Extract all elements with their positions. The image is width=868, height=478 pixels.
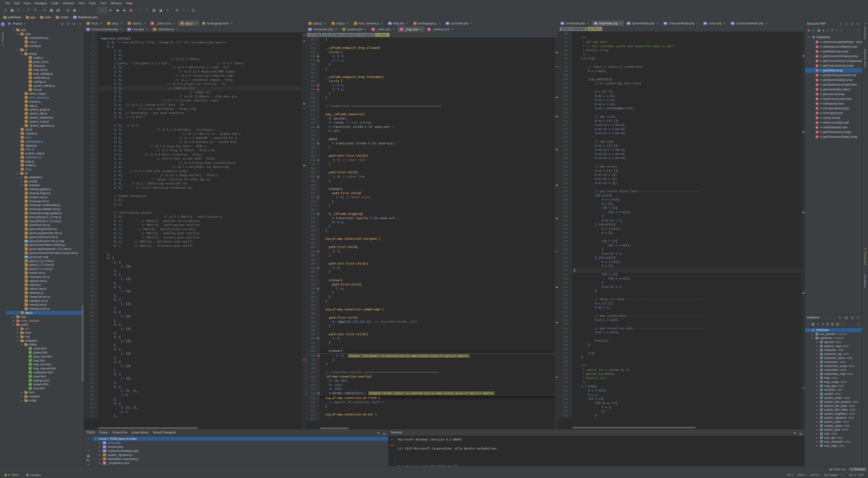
- hide-panel-icon[interactable]: ▂: [382, 431, 386, 434]
- tree-row[interactable]: JSdom.jsPlumb-1.7.5-min.js: [6, 219, 84, 223]
- code-line[interactable]: 122 // map access: [558, 164, 805, 169]
- tab-_colors.scss[interactable]: S_colors.scss✕: [148, 21, 178, 26]
- tree-row[interactable]: Hmap_manual.html: [6, 367, 84, 371]
- structure-method-row[interactable]: misCorporation():bool: [805, 106, 862, 111]
- code-line[interactable]: 42 1: 0,: [84, 202, 306, 207]
- code-line[interactable]: 13 1: 0, // v5.0.3 plugin for velocity -…: [84, 82, 306, 86]
- code-line[interactable]: 92 * get map data: [558, 40, 805, 44]
- code-line[interactable]: 14 1: 0, // template dir: [84, 86, 306, 91]
- tab-SystemModel.php[interactable]: PHPSystemModel.php✕: [624, 21, 661, 26]
- chevron-down-icon[interactable]: ▾: [807, 329, 810, 331]
- tree-row[interactable]: JSmodule_map.js: [6, 152, 84, 156]
- todo-filter-scope-based[interactable]: Scope Based: [129, 431, 150, 435]
- code-line[interactable]: 400: [306, 312, 558, 316]
- code-line[interactable]: 149 0[] = 1->2();: [558, 277, 805, 281]
- code-line[interactable]: 380 }: [306, 229, 558, 233]
- structure-method-row[interactable]: msetData(data):void: [805, 125, 862, 130]
- code-line[interactable]: 374 }: [306, 204, 558, 208]
- code-line[interactable]: 366 path:first-child{: [306, 170, 558, 175]
- tab-_landing.scss[interactable]: S_landing.scss✕: [425, 27, 456, 32]
- tree-row[interactable]: JSONjquery.min.map: [6, 255, 84, 259]
- tree-row[interactable]: JSblueimp-helper.js: [6, 191, 84, 195]
- close-icon[interactable]: ✕: [347, 22, 349, 25]
- code-line[interactable]: 4 0: {: [84, 45, 306, 49]
- tree-row[interactable]: JSsettings.js: [6, 80, 84, 84]
- code-line[interactable]: 166: [558, 347, 805, 351]
- breadcrumb-chip[interactable]: \Model\MapModel: [560, 27, 587, 31]
- code-line[interactable]: 17 1: 0, // v1.7.5 jsPlumb (Vanilla)- ma…: [84, 99, 306, 103]
- database-table-row[interactable]: ▸connection_scope: table: [805, 364, 862, 368]
- tree-row[interactable]: JSmap.js: [6, 40, 84, 44]
- tree-row[interactable]: ▸tooltip: [6, 398, 84, 402]
- show-inherited-icon[interactable]: ●: [823, 28, 825, 32]
- code-line[interactable]: 73 },: [84, 331, 306, 335]
- database-table-row[interactable]: ▸system_static: table: [805, 420, 862, 424]
- tree-row[interactable]: JSpage.js: [6, 159, 84, 163]
- code-line[interactable]: 131 0 = [];: [558, 202, 805, 206]
- tree-row[interactable]: JSvelocity.min.js: [6, 303, 84, 307]
- close-icon[interactable]: ✕: [620, 22, 622, 25]
- code-line[interactable]: 397 }: [306, 299, 558, 304]
- close-icon[interactable]: ✕: [696, 22, 699, 25]
- chevron-right-icon[interactable]: ▸: [815, 433, 819, 435]
- code-line[interactable]: 340 }: [306, 63, 558, 67]
- code-line[interactable]: 146 0 = [];: [558, 264, 805, 268]
- close-icon[interactable]: ✕: [120, 22, 122, 25]
- tab-AccessController.php[interactable]: PHPAccessController.php✕: [84, 27, 125, 32]
- code-line[interactable]: 361: [306, 150, 558, 154]
- code-line[interactable]: 128 // get access object data ----------…: [558, 189, 805, 194]
- code-line[interactable]: 127: [558, 185, 805, 190]
- tab-init.js[interactable]: JSinit.js✕: [84, 21, 104, 26]
- code-line[interactable]: 95 */: [558, 53, 805, 57]
- code-line[interactable]: 71 0: {: [84, 323, 306, 327]
- todo-filter-default-changelist[interactable]: Default Changelist: [151, 431, 178, 435]
- code-line[interactable]: 123 0->2 = (1) [];: [558, 169, 805, 173]
- tab-main.js[interactable]: JSmain.js✕: [125, 21, 148, 26]
- undo-icon[interactable]: ↶: [25, 7, 32, 13]
- code-line[interactable]: 342: [306, 71, 558, 75]
- code-line[interactable]: 82 },: [84, 369, 306, 373]
- code-line[interactable]: 20 1: 0, // DataTables - not used (boots…: [84, 111, 306, 116]
- new-session-icon[interactable]: +: [391, 438, 393, 441]
- code-line[interactable]: 424 svg.pf-map-connection-wh-eol {: [306, 413, 558, 417]
- code-line[interactable]: 392 &:hover{: [306, 278, 558, 283]
- code-line[interactable]: 78 1: [0]: [84, 352, 306, 356]
- code-line[interactable]: 420 svg.pf-map-connection-wh-fresh {: [306, 396, 558, 400]
- code-line[interactable]: 456 0 border-radius(6px);Element 'border…: [306, 391, 557, 395]
- chevron-right-icon[interactable]: ▸: [98, 461, 101, 464]
- code-line[interactable]: 378 0: 0.4;: [306, 220, 558, 225]
- tree-row[interactable]: JSjquery.hoverIntent.minified.js: [6, 243, 84, 247]
- forward-icon[interactable]: →: [88, 7, 94, 13]
- code-line[interactable]: 375: [306, 208, 558, 212]
- code-line[interactable]: 409 &:hover{: [306, 349, 558, 353]
- chevron-right-icon[interactable]: ▸: [16, 327, 19, 330]
- code-line[interactable]: 63 1: [0]: [84, 289, 306, 294]
- tree-row[interactable]: Hmap_info.html: [6, 362, 84, 367]
- code-line[interactable]: 151 0->2->3 = 1;: [558, 285, 805, 289]
- chevron-right-icon[interactable]: ▸: [815, 357, 819, 359]
- menu-code[interactable]: Code: [49, 1, 61, 6]
- editor-middle[interactable]: 334 }335336 ._jsPlumb_endpoint_drop_allo…: [306, 38, 558, 430]
- breadcrumb-item[interactable]: PHPMapModel.php: [72, 15, 98, 20]
- chevron-right-icon[interactable]: ▸: [20, 176, 23, 179]
- code-line[interactable]: 162 0->3 = 1->2();: [558, 330, 805, 335]
- database-table-row[interactable]: ▸user_api: table: [805, 436, 862, 440]
- code-line[interactable]: 338 2: 0 1;: [306, 54, 558, 59]
- database-table-row[interactable]: ▸user_character: table: [805, 440, 862, 444]
- database-table-row[interactable]: ▸system: table: [805, 392, 862, 396]
- duplicate-icon[interactable]: ▦: [811, 322, 814, 326]
- chevron-right-icon[interactable]: ▸: [20, 399, 23, 402]
- code-line[interactable]: 145 0 = 1->2();: [558, 260, 805, 264]
- tree-row[interactable]: ▸form: [6, 390, 84, 394]
- more-icon[interactable]: »: [87, 463, 89, 466]
- code-line[interactable]: 9 1: 0, // v3.3.0 Bootstrap js code - ht…: [84, 65, 306, 70]
- tab-CharacterModel.php[interactable]: PHPCharacterModel.php✕: [661, 21, 701, 26]
- code-line[interactable]: 174 */: [558, 380, 805, 385]
- tree-row[interactable]: ▸modules: [6, 394, 84, 398]
- code-line[interactable]: 152 }: [558, 289, 805, 293]
- code-line[interactable]: 36 1: 0, // helper function for Blue Imp…: [84, 178, 306, 182]
- tree-row[interactable]: JSoverlay.js: [6, 44, 84, 48]
- code-line[interactable]: 93 },: [84, 414, 306, 418]
- chevron-right-icon[interactable]: ▸: [20, 180, 23, 183]
- chevron-right-icon[interactable]: ▸: [815, 436, 819, 439]
